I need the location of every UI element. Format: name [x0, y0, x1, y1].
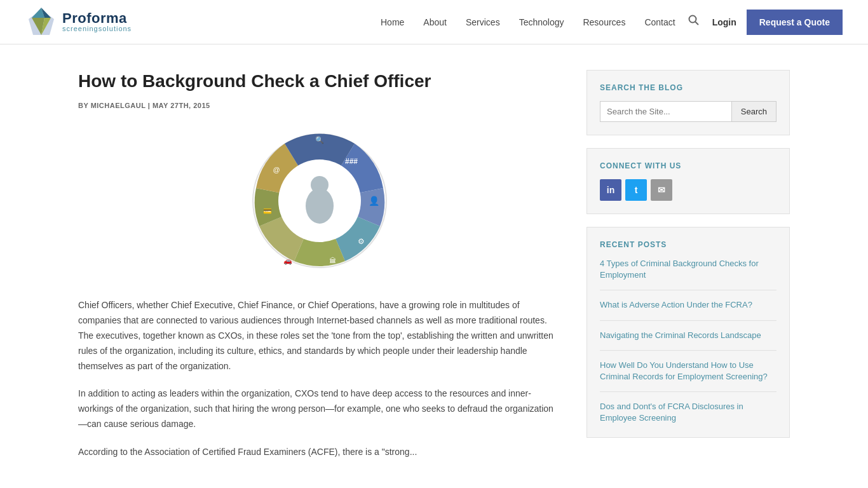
- svg-text:###: ###: [345, 157, 358, 166]
- search-input[interactable]: [600, 101, 731, 122]
- svg-text:🔍: 🔍: [315, 135, 324, 144]
- nav-home[interactable]: Home: [381, 17, 404, 27]
- recent-posts-list: 4 Types of Criminal Background Checks fo…: [600, 258, 776, 424]
- list-item: 4 Types of Criminal Background Checks fo…: [600, 258, 776, 290]
- article-paragraph-1: Chief Officers, whether Chief Executive,…: [78, 298, 561, 374]
- list-item: Navigating the Criminal Records Landscap…: [600, 330, 776, 351]
- svg-line-6: [695, 22, 698, 25]
- page-content: How to Background Check a Chief Officer …: [53, 70, 815, 473]
- recent-post-link-4[interactable]: How Well Do You Understand How to Use Cr…: [600, 360, 768, 381]
- svg-text:👤: 👤: [369, 196, 380, 207]
- list-item: How Well Do You Understand How to Use Cr…: [600, 360, 776, 392]
- article-image: ### 👤 ⚙ 🏛 🚗 💳 @ 🔍: [78, 125, 561, 279]
- recent-post-link-2[interactable]: What is Adverse Action Under the FCRA?: [600, 300, 752, 309]
- nav-services[interactable]: Services: [466, 17, 500, 27]
- logo-text: Proforma screeningsolutions: [62, 11, 132, 32]
- logo-icon: [25, 6, 57, 38]
- svg-point-10: [306, 188, 334, 224]
- article-body: Chief Officers, whether Chief Executive,…: [78, 298, 561, 459]
- email-icon[interactable]: ✉: [651, 179, 672, 201]
- linkedin-icon[interactable]: in: [600, 179, 621, 201]
- article-paragraph-2: In addition to acting as leaders within …: [78, 386, 561, 431]
- quote-button[interactable]: Request a Quote: [747, 10, 843, 35]
- login-button[interactable]: Login: [712, 17, 736, 27]
- search-button[interactable]: Search: [731, 101, 776, 122]
- article-meta: BY MICHAELGAUL | MAY 27TH, 2015: [78, 102, 561, 109]
- connect-box-title: CONNECT WITH US: [600, 161, 776, 170]
- search-icon: [688, 15, 700, 26]
- svg-text:💳: 💳: [263, 207, 272, 215]
- svg-text:@: @: [273, 166, 280, 173]
- recent-post-link-5[interactable]: Dos and Dont's of FCRA Disclosures in Em…: [600, 402, 743, 423]
- recent-posts-title: RECENT POSTS: [600, 240, 776, 249]
- nav-contact[interactable]: Contact: [644, 17, 675, 27]
- nav-about[interactable]: About: [423, 17, 447, 27]
- recent-post-link-3[interactable]: Navigating the Criminal Records Landscap…: [600, 330, 761, 340]
- nav-technology[interactable]: Technology: [519, 17, 564, 27]
- svg-text:🚗: 🚗: [283, 256, 292, 265]
- connect-box: CONNECT WITH US in t ✉: [587, 148, 790, 214]
- article-paragraph-3: According to the Association of Certifie…: [78, 445, 561, 460]
- twitter-icon[interactable]: t: [625, 179, 647, 201]
- list-item: Dos and Dont's of FCRA Disclosures in Em…: [600, 401, 776, 424]
- article: How to Background Check a Chief Officer …: [78, 70, 561, 473]
- article-title: How to Background Check a Chief Officer: [78, 70, 561, 93]
- recent-posts-box: RECENT POSTS 4 Types of Criminal Backgro…: [587, 227, 790, 438]
- search-row: Search: [600, 101, 776, 122]
- search-toggle-button[interactable]: [688, 15, 700, 29]
- svg-text:🏛: 🏛: [329, 257, 336, 264]
- list-item: What is Adverse Action Under the FCRA?: [600, 299, 776, 320]
- svg-text:⚙: ⚙: [358, 237, 365, 246]
- social-row: in t ✉: [600, 179, 776, 201]
- infographic-svg: ### 👤 ⚙ 🏛 🚗 💳 @ 🔍: [243, 125, 396, 277]
- main-nav: Home About Services Technology Resources…: [381, 17, 675, 27]
- svg-point-5: [689, 16, 696, 23]
- search-box: SEARCH THE BLOG Search: [587, 70, 790, 135]
- nav-resources[interactable]: Resources: [583, 17, 625, 27]
- sidebar: SEARCH THE BLOG Search CONNECT WITH US i…: [587, 70, 790, 473]
- search-box-title: SEARCH THE BLOG: [600, 83, 776, 92]
- recent-post-link-1[interactable]: 4 Types of Criminal Background Checks fo…: [600, 259, 759, 280]
- logo[interactable]: Proforma screeningsolutions: [25, 6, 132, 38]
